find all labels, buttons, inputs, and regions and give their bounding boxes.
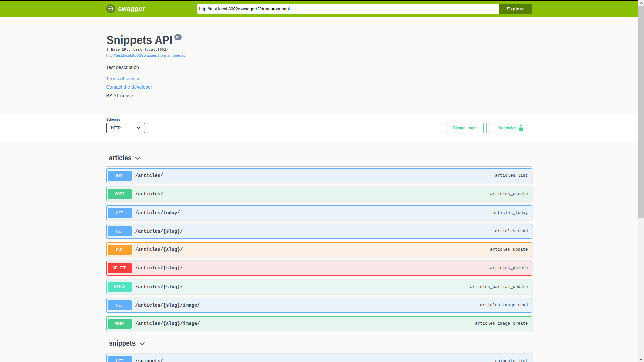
- method-badge: GET: [108, 356, 132, 362]
- auth-wrapper: Django Login Authorize: [446, 123, 532, 133]
- operation-id: articles_create: [490, 192, 528, 196]
- auth-divider: [486, 123, 487, 133]
- method-badge: GET: [108, 226, 132, 236]
- schemes-select[interactable]: HTTP: [106, 123, 145, 133]
- scheme-container: Schemes HTTP Django Login Authorize: [0, 113, 638, 143]
- method-badge: GET: [108, 300, 132, 310]
- scrollbar[interactable]: [638, 0, 644, 362]
- method-badge: DELETE: [108, 263, 132, 273]
- download-url-wrapper: Explore: [197, 4, 532, 14]
- swagger-braces-icon: [106, 4, 115, 13]
- operation-path: /articles/{slug}/: [135, 247, 183, 252]
- terms-of-service-link[interactable]: Terms of service: [106, 76, 141, 81]
- method-badge: PATCH: [108, 282, 132, 292]
- chevron-down-icon: [139, 342, 145, 345]
- method-badge: GET: [108, 208, 132, 218]
- spec-link[interactable]: http://test.local:8002/swagger/?format=o…: [106, 53, 186, 57]
- base-url: [ Base URL: test.local:8002/ ]: [107, 48, 173, 52]
- unlocked-padlock-icon: [519, 125, 523, 131]
- operation-id: articles_read: [495, 229, 528, 234]
- method-badge: PUT: [108, 245, 132, 255]
- operation-path: /articles/{slug}/image/: [135, 321, 200, 326]
- scrollbar-thumb[interactable]: [638, 6, 644, 218]
- page-title: Snippets API: [107, 33, 172, 47]
- tag-heading[interactable]: articles: [106, 154, 532, 167]
- operation-list: GET /articles/ articles_list POST /artic…: [106, 167, 532, 331]
- tag-name: snippets: [109, 340, 136, 347]
- operation-id: articles_image_create: [475, 321, 528, 326]
- method-badge: POST: [108, 189, 132, 199]
- scrollbar-down-arrow-icon[interactable]: [638, 356, 644, 362]
- operation-path: /articles/{slug}/: [135, 265, 183, 271]
- operation-path: /articles/{slug}/: [135, 229, 183, 234]
- operation-path: /articles/: [135, 191, 163, 197]
- operation-path: /articles/{slug}/: [135, 284, 183, 290]
- operation-row[interactable]: GET /snippets/ snippets_list: [106, 354, 532, 362]
- info-section: Snippets API v1 [ Base URL: test.local:8…: [0, 17, 638, 113]
- chevron-down-icon: [135, 157, 141, 160]
- operation-id: snippets_list: [495, 359, 528, 362]
- django-login-label: Django Login: [453, 126, 477, 130]
- operation-row[interactable]: POST /articles/ articles_create: [106, 187, 532, 201]
- operation-row[interactable]: GET /articles/today/ articles_today: [106, 205, 532, 220]
- api-description: Test description: [106, 65, 139, 70]
- schemes-label: Schemes: [106, 117, 120, 121]
- operation-id: articles_update: [490, 247, 528, 252]
- chevron-down-icon: [137, 127, 141, 129]
- operation-id: articles_list: [495, 173, 528, 178]
- scrollbar-up-arrow-icon[interactable]: [638, 0, 644, 6]
- operation-row[interactable]: GET /articles/{slug}/image/ articles_ima…: [106, 298, 532, 313]
- operation-row[interactable]: PUT /articles/{slug}/ articles_update: [106, 242, 532, 257]
- topbar: swagger Explore: [0, 1, 638, 17]
- operation-row[interactable]: DELETE /articles/{slug}/ articles_delete: [106, 261, 532, 276]
- tag-section: snippets GET /snippets/ snippets_list: [106, 340, 532, 362]
- method-badge: POST: [108, 319, 132, 329]
- tag-heading[interactable]: snippets: [106, 340, 532, 352]
- operation-id: articles_image_read: [480, 303, 528, 308]
- tag-name: articles: [109, 154, 131, 162]
- operation-id: articles_delete: [490, 266, 528, 270]
- operation-path: /articles/{slug}/image/: [135, 303, 200, 308]
- page: swagger Explore Snippets API v1 [ Base U…: [0, 0, 638, 362]
- operation-row[interactable]: GET /articles/{slug}/ articles_read: [106, 224, 532, 239]
- schemes-selected-value: HTTP: [111, 126, 121, 130]
- operation-path: /snippets/: [135, 358, 163, 362]
- explore-button[interactable]: Explore: [499, 4, 532, 14]
- version-badge: v1: [174, 34, 182, 40]
- authorize-label: Authorize: [498, 126, 516, 130]
- method-badge: GET: [108, 171, 132, 181]
- operation-row[interactable]: POST /articles/{slug}/image/ articles_im…: [106, 316, 532, 331]
- operations: articles GET /articles/ articles_list PO…: [0, 143, 638, 362]
- authorize-button[interactable]: Authorize: [489, 123, 532, 133]
- swagger-logo-text: swagger: [118, 5, 145, 13]
- operation-path: /articles/today/: [135, 210, 180, 216]
- license-text: BSD License: [106, 93, 133, 98]
- operation-row[interactable]: GET /articles/ articles_list: [106, 168, 532, 183]
- django-login-button[interactable]: Django Login: [446, 123, 484, 133]
- operation-row[interactable]: PATCH /articles/{slug}/ articles_partial…: [106, 280, 532, 294]
- operation-path: /articles/: [135, 173, 163, 178]
- tag-section: articles GET /articles/ articles_list PO…: [106, 154, 532, 331]
- spec-url-input[interactable]: [197, 4, 499, 14]
- swagger-logo[interactable]: swagger: [106, 4, 147, 13]
- operation-id: articles_partial_update: [470, 285, 528, 289]
- contact-developer-link[interactable]: Contact the developer: [106, 84, 152, 90]
- operation-list: GET /snippets/ snippets_list: [106, 352, 532, 362]
- operation-id: articles_today: [492, 210, 528, 215]
